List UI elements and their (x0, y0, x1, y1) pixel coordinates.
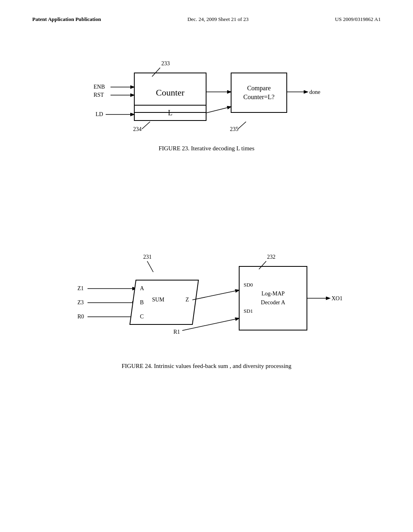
svg-text:B: B (140, 299, 144, 305)
figure24-diagram: 231 232 Z1 Z3 R0 SUM A B C (65, 250, 348, 355)
header-publication-label: Patent Application Publication (32, 16, 101, 23)
figure23-diagram: 233 ENB RST LD done 234 235 (81, 56, 332, 137)
compare-box: Compare Counter=L? (231, 73, 287, 113)
decoder-box: SD0 Log-MAP Decoder A SD1 (239, 266, 307, 330)
figure23-caption: FIGURE 23. Iterative decoding L times (32, 145, 381, 152)
figure24-container: 231 232 Z1 Z3 R0 SUM A B C (32, 250, 381, 370)
svg-text:235: 235 (230, 126, 238, 132)
svg-text:done: done (309, 89, 320, 95)
svg-text:Z: Z (186, 297, 189, 303)
l-label: L (168, 109, 173, 117)
counter-label: Counter (156, 87, 185, 98)
svg-text:232: 232 (267, 254, 275, 260)
svg-line-13 (142, 122, 150, 129)
sd0-label: SD0 (244, 281, 253, 289)
svg-text:RST: RST (94, 92, 104, 98)
svg-text:A: A (140, 285, 144, 291)
svg-text:C: C (140, 314, 144, 320)
header-patent-number: US 2009/0319862 A1 (335, 16, 381, 23)
svg-line-32 (192, 290, 239, 300)
svg-text:R0: R0 (77, 314, 84, 320)
figure24-caption: FIGURE 24. Intrinsic values feed-back su… (32, 363, 381, 370)
svg-text:XO1: XO1 (332, 295, 342, 301)
sd1-label: SD1 (244, 307, 253, 316)
svg-text:231: 231 (143, 254, 152, 260)
svg-line-34 (182, 318, 239, 330)
svg-text:Z3: Z3 (77, 299, 84, 305)
svg-line-15 (238, 122, 246, 129)
logmap-line1: Log-MAP (261, 289, 285, 298)
svg-text:ENB: ENB (94, 84, 105, 90)
figure23-title: FIGURE 23. (159, 145, 190, 152)
svg-text:R1: R1 (173, 329, 180, 335)
figure24-caption-text: Intrinsic values feed-back sum , and div… (154, 363, 292, 369)
figure24-title: FIGURE 24. (121, 363, 152, 369)
header-date-sheet: Dec. 24, 2009 Sheet 21 of 23 (188, 16, 249, 23)
l-box: L (134, 105, 206, 121)
figure23-svg: 233 ENB RST LD done 234 235 (81, 56, 332, 137)
svg-text:SUM: SUM (152, 297, 165, 303)
svg-marker-26 (130, 280, 198, 324)
figure23-container: 233 ENB RST LD done 234 235 (32, 56, 381, 152)
compare-line1: Compare (247, 84, 271, 93)
svg-text:233: 233 (161, 60, 170, 66)
page-header: Patent Application Publication Dec. 24, … (0, 16, 413, 23)
logmap-line2: Decoder A (261, 298, 285, 307)
svg-line-17 (147, 261, 153, 272)
compare-line2: Counter=L? (243, 93, 274, 102)
svg-line-9 (206, 107, 231, 113)
svg-text:Z1: Z1 (77, 285, 84, 291)
svg-text:234: 234 (133, 126, 142, 132)
figure23-caption-text: Iterative decoding L times (191, 145, 254, 152)
svg-text:LD: LD (96, 111, 103, 117)
